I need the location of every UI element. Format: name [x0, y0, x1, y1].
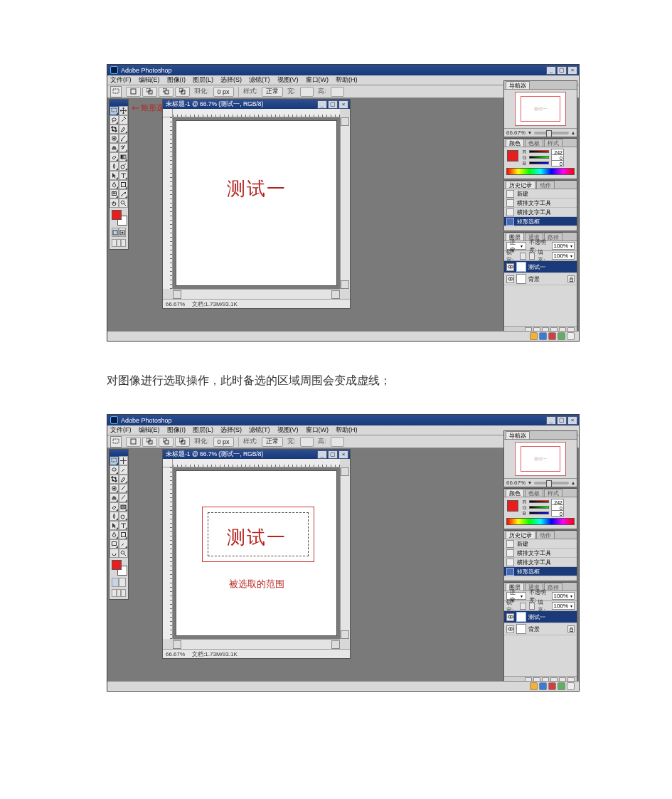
history-item[interactable]: 新建: [504, 539, 577, 549]
bool-add[interactable]: [142, 437, 157, 447]
layer-row[interactable]: 背景: [504, 623, 577, 635]
zoom-slider[interactable]: [534, 482, 569, 485]
tool-slice[interactable]: [119, 125, 128, 134]
tab-swatches[interactable]: 色板: [525, 489, 543, 497]
tray-icon[interactable]: [548, 682, 556, 690]
tab-swatches[interactable]: 色板: [525, 139, 543, 147]
canvas[interactable]: 测试一: [176, 120, 337, 286]
doc-size[interactable]: 文档:1.73M/93.1K: [192, 650, 238, 658]
tool-type[interactable]: [119, 521, 128, 530]
menu-filter[interactable]: 滤镜(T): [249, 425, 270, 435]
panel-layers[interactable]: 图层 通道 路径 正常 不透明度: 100% 锁定: 填充: 100%: [503, 582, 577, 686]
ruler-horizontal[interactable]: [173, 459, 340, 467]
tab-color[interactable]: 颜色: [506, 489, 524, 497]
close-button[interactable]: ×: [567, 416, 577, 425]
panel-layers[interactable]: 图层 通道 路径 正常 不透明度: 100% 锁定: 填充: 100%: [503, 232, 577, 336]
menu-layer[interactable]: 图层(L): [193, 425, 213, 435]
layer-row[interactable]: T 测试一: [504, 261, 577, 273]
zoom-slider[interactable]: [534, 132, 569, 134]
visibility-toggle-icon[interactable]: [506, 263, 514, 271]
tool-heal[interactable]: [110, 484, 119, 493]
color-ramp[interactable]: [506, 168, 575, 175]
lock-position-icon[interactable]: [529, 603, 535, 610]
tool-eraser[interactable]: [110, 152, 119, 162]
scroll-up-icon[interactable]: ▴: [341, 467, 349, 476]
tray-icon[interactable]: [558, 332, 565, 340]
zoom-in-icon[interactable]: ▴: [572, 129, 575, 136]
tool-blur[interactable]: [110, 512, 119, 521]
menu-layer[interactable]: 图层(L): [193, 75, 213, 85]
doc-max-button[interactable]: ▢: [328, 450, 338, 459]
tab-color[interactable]: 颜色: [506, 139, 524, 147]
doc-zoom[interactable]: 66.67%: [166, 301, 185, 307]
doc-min-button[interactable]: _: [317, 450, 327, 459]
visibility-toggle-icon[interactable]: [506, 613, 514, 621]
tool-rect-marquee[interactable]: [110, 106, 119, 115]
style-value[interactable]: 正常: [262, 87, 283, 97]
tool-wand[interactable]: [119, 465, 128, 475]
width-value[interactable]: [300, 437, 314, 447]
scroll-right-icon[interactable]: ▸: [331, 290, 340, 299]
bool-sub[interactable]: [159, 87, 174, 97]
tab-navigator[interactable]: 导航器: [506, 431, 530, 439]
menu-filter[interactable]: 滤镜(T): [249, 75, 270, 85]
scroll-down-icon[interactable]: ▾: [341, 630, 349, 639]
tab-styles[interactable]: 样式: [544, 139, 562, 147]
history-item[interactable]: 新建: [504, 189, 577, 199]
quickmask-mode-icon[interactable]: [119, 578, 126, 587]
visibility-toggle-icon[interactable]: [506, 275, 514, 283]
quickmask-mode-icon[interactable]: [119, 228, 126, 237]
lock-position-icon[interactable]: [529, 253, 535, 260]
zoom-out-icon[interactable]: ▾: [528, 129, 531, 136]
screenmode-standard-icon[interactable]: [112, 239, 117, 247]
scroll-right-icon[interactable]: ▸: [331, 640, 340, 649]
menu-file[interactable]: 文件(F): [110, 75, 132, 85]
doc-size[interactable]: 文档:1.73M/93.1K: [192, 300, 238, 308]
panel-navigator[interactable]: 导航器 测试一 66.67% ▾ ▴: [503, 430, 577, 487]
scrollbar-horizontal[interactable]: ◂ ▸: [173, 289, 340, 299]
history-item[interactable]: 矩形选框: [504, 567, 577, 576]
tray-icon[interactable]: [567, 682, 575, 690]
ruler-horizontal[interactable]: [173, 109, 340, 117]
lock-pixels-icon[interactable]: [520, 253, 526, 260]
scrollbar-horizontal[interactable]: ◂ ▸: [173, 639, 340, 649]
tool-heal[interactable]: [110, 134, 119, 143]
tray-icon[interactable]: [539, 682, 547, 690]
tools-palette[interactable]: [109, 99, 129, 250]
document-titlebar[interactable]: 未标题-1 @ 66.7% (测试一, RGB/8) _ ▢ ×: [163, 100, 350, 109]
close-button[interactable]: ×: [567, 66, 577, 75]
document-titlebar[interactable]: 未标题-1 @ 66.7% (测试一, RGB/8) _ ▢ ×: [163, 450, 350, 459]
document-window[interactable]: 未标题-1 @ 66.7% (测试一, RGB/8) _ ▢ ×: [162, 449, 351, 659]
menu-help[interactable]: 帮助(H): [336, 75, 358, 85]
color-ramp[interactable]: [506, 518, 575, 525]
screenmode-full-icon[interactable]: [121, 239, 126, 247]
tool-blur[interactable]: [110, 162, 119, 171]
tool-slice[interactable]: [119, 475, 128, 484]
navigator-thumbnail[interactable]: 测试一: [515, 442, 566, 476]
layer-row[interactable]: T 测试一: [504, 611, 577, 623]
tab-actions[interactable]: 动作: [536, 531, 555, 539]
menu-view[interactable]: 视图(V): [277, 425, 299, 435]
screenmode-fullmenu-icon[interactable]: [117, 239, 122, 247]
layer-name[interactable]: 背景: [528, 275, 540, 283]
width-value[interactable]: [300, 87, 314, 97]
doc-close-button[interactable]: ×: [338, 450, 348, 459]
standard-mode-icon[interactable]: [112, 578, 119, 587]
menu-file[interactable]: 文件(F): [110, 425, 132, 435]
tool-shape[interactable]: [119, 530, 128, 539]
tool-brush[interactable]: [119, 134, 128, 143]
panel-color[interactable]: 颜色 色板 样式 R242 G0 B0: [503, 488, 577, 529]
menu-image[interactable]: 图像(I): [167, 425, 186, 435]
tool-eraser[interactable]: [110, 502, 119, 512]
tool-move[interactable]: [119, 456, 128, 465]
tool-shape[interactable]: [119, 180, 128, 189]
fg-bg-swatches[interactable]: [112, 560, 127, 576]
menu-image[interactable]: 图像(I): [167, 75, 186, 85]
color-foreground-swatch[interactable]: [507, 150, 518, 162]
document-window[interactable]: 未标题-1 @ 66.7% (测试一, RGB/8) _ ▢ × 测试一: [162, 99, 351, 309]
bool-inter[interactable]: [175, 437, 190, 447]
bool-new[interactable]: [126, 87, 141, 97]
menu-help[interactable]: 帮助(H): [336, 425, 358, 435]
tool-lasso[interactable]: [110, 465, 119, 475]
tool-lasso[interactable]: [110, 115, 119, 125]
